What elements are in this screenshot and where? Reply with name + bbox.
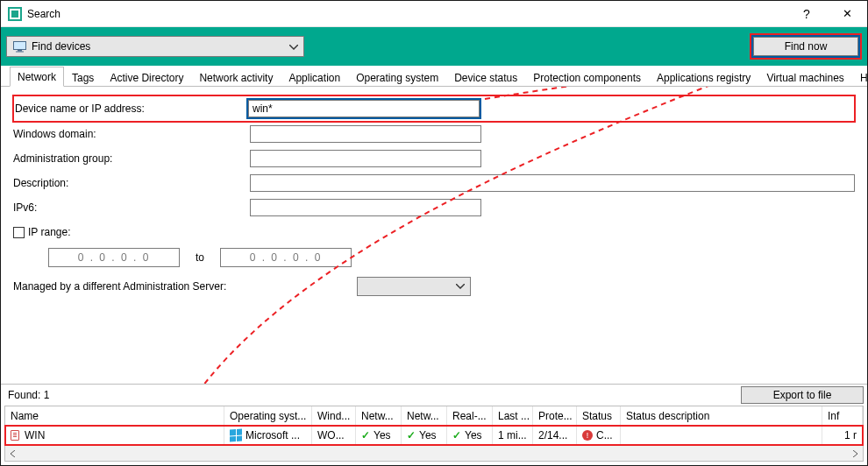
col-last[interactable]: Last ... <box>493 406 533 425</box>
search-scope-combo[interactable]: Find devices <box>6 36 304 57</box>
app-icon <box>8 7 22 21</box>
ipv6-label: IPv6: <box>13 201 250 214</box>
network-form: Device name or IP address: Windows domai… <box>1 87 867 384</box>
tab-application[interactable]: Application <box>281 67 348 87</box>
scroll-right-icon[interactable] <box>847 446 863 461</box>
cell-status: C... <box>596 429 613 441</box>
col-netw2[interactable]: Netw... <box>402 406 447 425</box>
ip-from-input[interactable]: 0 . 0 . 0 . 0 <box>48 248 180 267</box>
horizontal-scrollbar[interactable] <box>4 446 864 462</box>
ipv6-input[interactable] <box>250 199 481 216</box>
error-icon: ! <box>582 430 593 441</box>
check-icon: ✓ <box>407 429 416 441</box>
tab-hardware[interactable]: Hardware <box>852 67 868 87</box>
cell-os: Microsoft ... <box>245 429 300 441</box>
col-status[interactable]: Status <box>577 406 621 425</box>
svg-rect-2 <box>13 41 25 49</box>
chevron-down-icon <box>456 284 465 289</box>
titlebar: Search ? ✕ <box>1 1 867 27</box>
tab-device-status[interactable]: Device status <box>446 67 525 87</box>
cell-last: 1 mi... <box>498 429 527 441</box>
results-grid: Name Operating syst... Wind... Netw... N… <box>4 406 864 446</box>
device-name-label: Device name or IP address: <box>15 102 248 115</box>
tab-active-directory[interactable]: Active Directory <box>102 67 191 87</box>
monitor-icon <box>12 39 26 53</box>
tab-applications-registry[interactable]: Applications registry <box>649 67 758 87</box>
toolbar: Find devices Find now <box>1 27 867 66</box>
col-prote[interactable]: Prote... <box>533 406 577 425</box>
tab-protection-components[interactable]: Protection components <box>525 67 649 87</box>
cell-name: WIN <box>25 429 45 441</box>
table-row[interactable]: WIN Microsoft ... WO... ✓Yes ✓Yes ✓Yes 1… <box>5 426 863 445</box>
ip-range-label: IP range: <box>28 226 70 238</box>
help-button[interactable]: ? <box>786 1 827 27</box>
scroll-left-icon[interactable] <box>5 446 21 461</box>
managed-by-combo[interactable] <box>357 277 471 296</box>
device-name-input[interactable] <box>248 100 480 117</box>
admin-group-label: Administration group: <box>13 152 250 165</box>
cell-inf: 1 r <box>844 429 857 441</box>
checkbox-icon <box>13 227 25 238</box>
ip-to-input[interactable]: 0 . 0 . 0 . 0 <box>220 248 352 267</box>
cell-real: Yes <box>465 429 482 441</box>
find-now-button[interactable]: Find now <box>753 37 858 56</box>
managed-by-label: Managed by a different Administration Se… <box>13 280 259 293</box>
col-wind[interactable]: Wind... <box>312 406 356 425</box>
description-input[interactable] <box>250 174 855 192</box>
cell-netw2: Yes <box>419 429 437 441</box>
device-icon <box>11 430 19 441</box>
cell-wind: WO... <box>317 429 345 441</box>
cell-netw1: Yes <box>374 429 391 441</box>
search-window: Search ? ✕ Find devices Find now Network… <box>0 0 868 466</box>
col-inf[interactable]: Inf <box>822 406 863 425</box>
tab-strip: Network Tags Active Directory Network ac… <box>1 66 867 87</box>
check-icon: ✓ <box>452 429 461 441</box>
svg-rect-3 <box>18 50 22 52</box>
export-to-file-button[interactable]: Export to file <box>741 386 864 404</box>
col-name[interactable]: Name <box>5 406 224 425</box>
col-real[interactable]: Real-... <box>447 406 493 425</box>
check-icon: ✓ <box>361 429 370 441</box>
svg-rect-4 <box>16 51 24 52</box>
svg-rect-1 <box>11 11 18 18</box>
col-os[interactable]: Operating syst... <box>224 406 312 425</box>
tab-virtual-machines[interactable]: Virtual machines <box>758 67 852 87</box>
ip-range-row: 0 . 0 . 0 . 0 to 0 . 0 . 0 . 0 <box>13 244 855 274</box>
close-button[interactable]: ✕ <box>827 1 867 27</box>
windows-domain-label: Windows domain: <box>13 128 250 140</box>
col-netw1[interactable]: Netw... <box>356 406 402 425</box>
windows-domain-input[interactable] <box>250 125 481 143</box>
tab-network[interactable]: Network <box>10 67 64 87</box>
found-count-label: Found: 1 <box>8 389 49 401</box>
admin-group-input[interactable] <box>250 150 481 167</box>
find-now-highlight: Find now <box>750 33 862 60</box>
combo-label: Find devices <box>32 40 90 53</box>
grid-header: Name Operating syst... Wind... Netw... N… <box>5 406 863 426</box>
windows-icon <box>230 429 242 442</box>
ip-range-checkbox[interactable]: IP range: <box>13 226 70 238</box>
window-title: Search <box>27 8 60 20</box>
col-status-desc[interactable]: Status description <box>621 406 822 425</box>
results-panel: Found: 1 Export to file Name Operating s… <box>1 384 867 465</box>
tab-network-activity[interactable]: Network activity <box>191 67 281 87</box>
cell-prote: 2/14... <box>538 429 567 441</box>
device-name-row: Device name or IP address: <box>13 95 855 122</box>
ip-range-separator: to <box>196 251 204 264</box>
chevron-down-icon <box>289 40 298 53</box>
description-label: Description: <box>13 177 250 189</box>
tab-tags[interactable]: Tags <box>64 67 102 87</box>
tab-operating-system[interactable]: Operating system <box>348 67 446 87</box>
